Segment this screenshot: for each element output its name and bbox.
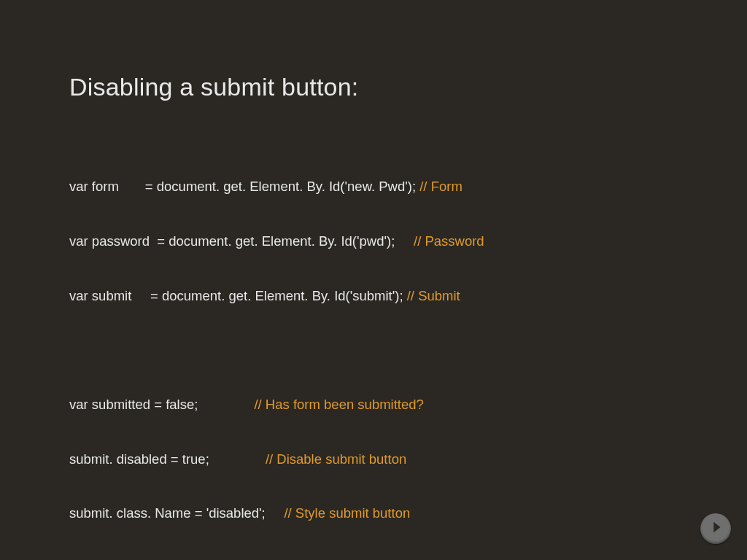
arrow-right-icon bbox=[707, 519, 724, 538]
slide: Disabling a submit button: var form = do… bbox=[0, 0, 747, 560]
code-line: var submitted = false; // Has form been … bbox=[69, 396, 678, 414]
code-text: var form = document. get. Element. By. I… bbox=[69, 179, 419, 194]
next-slide-button[interactable] bbox=[700, 513, 731, 544]
code-line: var submit = document. get. Element. By.… bbox=[69, 287, 678, 306]
code-text: var submitted = false; bbox=[69, 397, 254, 412]
code-block-2: var submitted = false; // Has form been … bbox=[69, 359, 678, 560]
code-comment: // Has form been submitted? bbox=[254, 397, 423, 412]
code-line: var password = document. get. Element. B… bbox=[69, 233, 678, 251]
code-text: var submit = document. get. Element. By.… bbox=[69, 288, 407, 303]
code-line: submit. class. Name = 'disabled'; // Sty… bbox=[69, 505, 678, 523]
code-text: submit. disabled = true; bbox=[69, 451, 266, 467]
spacer bbox=[69, 342, 678, 359]
slide-title: Disabling a submit button: bbox=[69, 73, 678, 101]
code-comment: // Disable submit button bbox=[266, 451, 406, 467]
code-comment: // Form bbox=[419, 179, 462, 194]
code-comment: // Style submit button bbox=[284, 505, 410, 521]
code-comment: // Submit bbox=[407, 288, 460, 303]
code-block-1: var form = document. get. Element. By. I… bbox=[69, 141, 678, 342]
code-text: submit. class. Name = 'disabled'; bbox=[69, 505, 284, 521]
code-line: submit. disabled = true; // Disable subm… bbox=[69, 451, 678, 469]
code-text: var password = document. get. Element. B… bbox=[69, 233, 414, 249]
code-comment: // Password bbox=[414, 233, 484, 249]
code-line: var form = document. get. Element. By. I… bbox=[69, 178, 678, 196]
